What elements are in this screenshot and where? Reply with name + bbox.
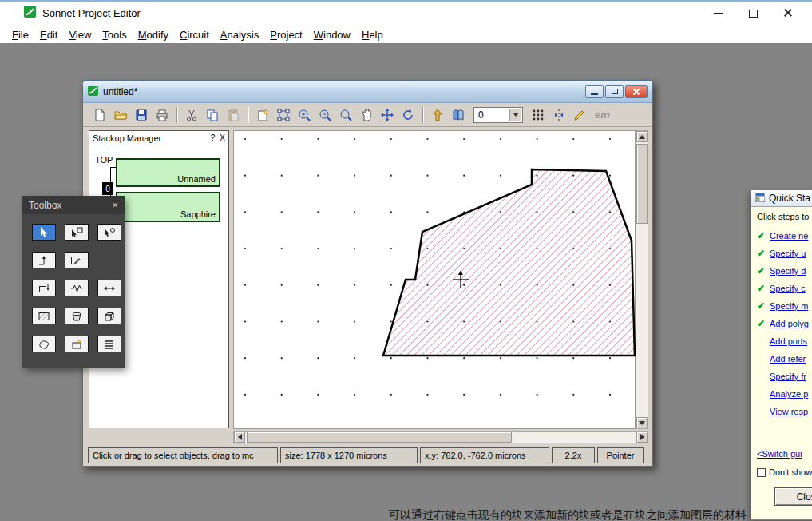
status-bar: Click or drag to select objects, drag to… [83, 446, 652, 465]
new-document-button[interactable] [91, 106, 109, 124]
center-view-button[interactable] [378, 106, 396, 124]
menu-modify[interactable]: Modify [133, 26, 174, 43]
rotate-button[interactable] [399, 106, 417, 124]
help-button[interactable]: ? [211, 133, 216, 142]
dielectric-layer-row[interactable]: Sapphire [116, 192, 220, 222]
metal-fill-tool[interactable] [32, 308, 56, 324]
measure-pencil-button[interactable] [571, 106, 588, 124]
quickstart-step: ✔Specify c [757, 280, 812, 297]
minimize-icon[interactable] [711, 7, 724, 18]
open-folder-button[interactable] [112, 106, 129, 124]
save-button[interactable] [133, 106, 150, 124]
minimize-icon[interactable] [585, 85, 604, 98]
step-link[interactable]: Specify d [770, 266, 806, 276]
step-link[interactable]: Specify u [770, 249, 806, 258]
rectangle-tool[interactable] [65, 336, 89, 352]
step-link[interactable]: View resp [770, 407, 808, 416]
step-link[interactable]: Add ports [770, 336, 807, 346]
level-value: 0 [478, 109, 484, 121]
check-icon: ✔ [757, 318, 767, 329]
dont-show-label: Don't show [769, 467, 812, 477]
maximize-icon[interactable] [747, 7, 759, 18]
stack-view-button[interactable] [450, 106, 467, 124]
zoom-out-button[interactable] [316, 106, 334, 124]
scroll-left-icon[interactable] [234, 432, 245, 443]
reshape-tool[interactable] [65, 224, 89, 241]
toolbox-titlebar[interactable]: Toolbox × [22, 196, 125, 214]
lumped-element-tool[interactable] [32, 252, 56, 268]
brick-tool[interactable] [97, 308, 121, 324]
restore-icon[interactable] [605, 85, 624, 98]
drawing-canvas[interactable] [233, 130, 636, 429]
metal-level-row[interactable]: Unnamed [116, 158, 220, 187]
paste-button[interactable] [224, 106, 242, 124]
quickstart-step: ✔Specify m [757, 297, 812, 315]
reshape-button[interactable] [275, 106, 292, 124]
chevron-down-icon[interactable] [509, 109, 521, 121]
step-link[interactable]: Add refer [770, 354, 806, 364]
check-icon: ✔ [757, 230, 767, 241]
grid-button[interactable] [529, 106, 547, 124]
canvas-svg[interactable] [234, 131, 636, 430]
pointer-tool[interactable] [32, 224, 56, 241]
close-icon[interactable] [625, 85, 648, 98]
switch-guide-link[interactable]: <Switch gui [757, 449, 802, 459]
close-button[interactable]: X [220, 133, 225, 142]
scroll-right-icon[interactable] [636, 432, 648, 443]
status-xy: x,y: 762.0, -762.0 microns [420, 447, 549, 463]
step-link[interactable]: Specify c [770, 284, 806, 293]
copy-button[interactable] [204, 106, 221, 124]
quickstart-step: Specify fr [757, 368, 812, 385]
scroll-up-icon[interactable] [636, 131, 648, 142]
quickstart-step: ✔Specify u [757, 245, 812, 262]
print-button[interactable] [153, 106, 171, 124]
via-tool[interactable] [32, 280, 56, 296]
pan-button[interactable] [358, 106, 375, 124]
status-size: size: 1778 x 1270 microns [280, 447, 418, 463]
step-link[interactable]: Create ne [770, 231, 808, 241]
step-link[interactable]: Specify fr [770, 372, 806, 381]
quickstart-titlebar[interactable]: Quick Sta [751, 190, 812, 207]
draw-pencil-tool[interactable] [65, 252, 89, 268]
symmetry-button[interactable] [550, 106, 568, 124]
step-link[interactable]: Analyze p [770, 389, 808, 399]
child-titlebar[interactable]: untitled* [83, 81, 652, 103]
close-icon[interactable]: × [112, 199, 118, 211]
status-message: Click or drag to select objects, drag to… [88, 447, 278, 463]
menu-analysis[interactable]: Analysis [215, 26, 264, 43]
menu-window[interactable]: Window [308, 26, 356, 43]
close-button[interactable]: Close [774, 487, 812, 506]
menu-circuit[interactable]: Circuit [174, 26, 215, 43]
horizontal-scrollbar[interactable] [233, 431, 648, 443]
menu-edit[interactable]: Edit [34, 26, 63, 43]
project-editor-window: untitled* 0 em [82, 80, 653, 467]
via-pad-tool[interactable] [65, 308, 89, 324]
menu-view[interactable]: View [63, 26, 97, 43]
layers-tool[interactable] [97, 336, 121, 352]
dimension-tool[interactable] [97, 280, 121, 296]
toolbox-title: Toolbox [29, 200, 61, 211]
menu-file[interactable]: File [6, 26, 34, 43]
up-level-button[interactable] [429, 106, 446, 124]
resistor-tool[interactable] [65, 280, 89, 296]
menu-project[interactable]: Project [264, 26, 307, 43]
dont-show-checkbox[interactable] [757, 468, 766, 477]
menu-help[interactable]: Help [356, 26, 389, 43]
cut-button[interactable] [183, 106, 200, 124]
zoom-full-button[interactable] [337, 106, 355, 124]
port-tool[interactable] [97, 224, 121, 241]
scroll-down-icon[interactable] [636, 417, 648, 428]
add-polygon-button[interactable] [254, 106, 271, 124]
step-link[interactable]: Add polyg [770, 319, 809, 328]
zoom-in-button[interactable] [295, 106, 313, 124]
level-dropdown[interactable]: 0 [473, 107, 523, 123]
vertical-scroll-thumb[interactable] [636, 144, 648, 224]
horizontal-scroll-thumb[interactable] [247, 432, 512, 443]
quickstart-step: Analyze p [757, 385, 812, 403]
step-link[interactable]: Specify m [770, 301, 808, 311]
close-icon[interactable] [782, 7, 794, 18]
vertical-scrollbar[interactable] [636, 130, 648, 429]
metal-polygon[interactable] [383, 169, 635, 356]
polygon-tool[interactable] [32, 336, 56, 352]
menu-tools[interactable]: Tools [97, 26, 132, 43]
